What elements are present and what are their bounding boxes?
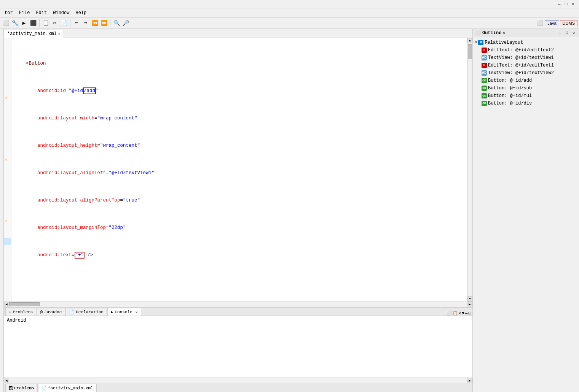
button-add-label: Button: @+id/add xyxy=(488,77,532,84)
code-line-5: android:layout_alignLeft="@+id/textView1… xyxy=(14,170,464,176)
outline-item-button-add[interactable]: OK Button: @+id/add xyxy=(474,77,577,84)
graphical-layout-icon: 🖼 xyxy=(9,386,13,390)
bottom-minimize-btn[interactable]: — xyxy=(465,311,468,316)
activity-main-tab[interactable]: *activity_main.xml ✕ xyxy=(4,30,64,38)
java-perspective-button[interactable]: Java xyxy=(545,20,559,26)
toolbar-btn-11[interactable]: ⏩ xyxy=(100,19,108,27)
scroll-down-button[interactable]: ▼ xyxy=(467,296,472,302)
bottom-horizontal-scrollbar[interactable]: ◀ ▶ xyxy=(4,378,472,383)
menu-file[interactable]: File xyxy=(16,10,33,16)
h-scroll-thumb[interactable] xyxy=(9,302,40,306)
menu-help[interactable]: Help xyxy=(72,10,89,16)
scroll-thumb[interactable] xyxy=(468,44,472,59)
graphical-layout-label: Problems xyxy=(14,386,34,390)
toolbar-btn-4[interactable]: ⬛ xyxy=(29,19,37,27)
scroll-up-button[interactable]: ▲ xyxy=(467,38,472,43)
editor-outer: ⚠ ⚠ xyxy=(4,38,472,302)
code-line-4: android:layout_height="wrap_content" xyxy=(14,142,464,149)
code-line-3: android:layout_width="wrap_content" xyxy=(14,115,464,122)
tab-close-button[interactable]: ✕ xyxy=(58,32,61,36)
activity-main-xml-tab[interactable]: 📄 *activity_main.xml xyxy=(38,384,97,392)
toolbar-btn-6[interactable]: ✂ xyxy=(51,19,59,27)
button-div-icon: OK xyxy=(482,101,487,106)
h-scroll-track[interactable] xyxy=(9,302,467,307)
textview1-label: TextView: @+id/textView1 xyxy=(488,54,554,61)
menu-window[interactable]: Window xyxy=(50,10,72,16)
toolbar-btn-13[interactable]: 🔎 xyxy=(121,19,130,27)
close-button[interactable]: ✕ xyxy=(570,1,576,7)
perspective-btn-1[interactable]: ⬜ xyxy=(536,19,544,27)
outline-close-btn[interactable]: ✕ xyxy=(571,30,577,36)
bottom-toolbar-btn-2[interactable]: 📋 xyxy=(453,311,458,316)
console-text: Android xyxy=(7,318,26,323)
scroll-track[interactable] xyxy=(467,43,472,296)
bottom-scroll-left[interactable]: ◀ xyxy=(4,378,9,383)
menu-edit[interactable]: Edit xyxy=(33,10,50,16)
activity-main-xml-label: *activity_main.xml xyxy=(48,386,93,390)
bottom-scroll-right[interactable]: ▶ xyxy=(467,378,472,383)
declaration-tab-label: Declaration xyxy=(76,310,104,314)
problems-tab-icon: ⚠ xyxy=(9,309,11,314)
console-tab-close[interactable]: ✕ xyxy=(136,310,138,314)
outline-item-textview2[interactable]: Ab TextView: @+id/textView2 xyxy=(474,69,577,77)
problems-tab[interactable]: ⚠ Problems xyxy=(5,308,36,316)
toolbar-btn-5[interactable]: 📋 xyxy=(41,19,50,27)
ddms-perspective-button[interactable]: DDMS xyxy=(560,20,577,26)
bottom-scroll-track[interactable] xyxy=(9,378,467,383)
outline-maximize-btn[interactable]: □ xyxy=(564,30,570,36)
bottom-tab-toolbar: ⬜ 📋 ✕ ▼ — □ xyxy=(447,311,471,316)
minimize-button[interactable]: — xyxy=(556,1,562,7)
editor-vertical-scrollbar[interactable]: ▲ ▼ xyxy=(467,38,472,302)
bottom-section: ⚠ Problems @ Javadoc 📄 Declaration ▶ Con… xyxy=(4,307,472,383)
code-line-2: android:id="@+id/add" xyxy=(14,87,464,94)
scroll-left-button[interactable]: ◀ xyxy=(4,302,9,307)
outline-item-edittext2[interactable]: ✕ EditText: @+id/editText2 xyxy=(474,46,577,54)
edittext1-label: EditText: @+id/editText1 xyxy=(488,62,554,69)
textview2-label: TextView: @+id/textView2 xyxy=(488,70,554,76)
toolbar-btn-2[interactable]: 🔧 xyxy=(11,19,19,27)
outline-icon: ⬜ xyxy=(475,30,481,36)
outline-item-edittext1[interactable]: ✕ EditText: @+id/editText1 xyxy=(474,62,577,69)
bottom-toolbar-btn-4[interactable]: ▼ xyxy=(462,311,464,316)
textview1-icon: Ab xyxy=(482,55,487,60)
bottom-toolbar-btn-3[interactable]: ✕ xyxy=(459,311,461,316)
toolbar-btn-8[interactable]: ⬅ xyxy=(72,19,81,27)
tab-label: *activity_main.xml xyxy=(7,31,57,37)
menu-tor[interactable]: tor xyxy=(2,10,16,16)
bottom-maximize-btn[interactable]: □ xyxy=(468,311,471,316)
editor-horizontal-scrollbar[interactable]: ◀ ▶ xyxy=(4,302,472,307)
maximize-button[interactable]: □ xyxy=(563,1,569,7)
code-line-6: android:layout_alignParentTop="true" xyxy=(14,197,464,204)
activity-main-xml-icon: 📄 xyxy=(41,386,47,390)
toolbar-btn-12[interactable]: 🔍 xyxy=(112,19,121,27)
outline-item-relativelayout[interactable]: ▼ R RelativeLayout xyxy=(474,39,577,46)
bottom-toolbar-btn-1[interactable]: ⬜ xyxy=(447,311,452,316)
layout-tab-bar: 🖼 Problems 📄 *activity_main.xml xyxy=(4,383,472,392)
toolbar-btn-9[interactable]: ➡ xyxy=(81,19,90,27)
outline-item-textview1[interactable]: Ab TextView: @+id/textView1 xyxy=(474,54,577,62)
code-content-area[interactable]: <Button android:id="@+id/add" android:la… xyxy=(11,38,467,302)
outline-minimize-btn[interactable]: — xyxy=(557,30,563,36)
toolbar-btn-7[interactable]: 📄 xyxy=(60,19,68,27)
graphical-layout-tab[interactable]: 🖼 Problems xyxy=(5,384,38,392)
declaration-tab[interactable]: 📄 Declaration xyxy=(65,308,107,316)
outline-item-button-div[interactable]: OK Button: @+id/div xyxy=(474,100,577,107)
relativelayout-label: RelativeLayout xyxy=(485,39,523,46)
outline-title-label: Outline xyxy=(482,30,501,36)
code-editor[interactable]: ⚠ ⚠ xyxy=(4,38,472,302)
toolbar-sep-2 xyxy=(70,19,70,27)
javadoc-tab[interactable]: @ Javadoc xyxy=(37,308,65,316)
toolbar-btn-10[interactable]: ⏪ xyxy=(91,19,99,27)
bottom-tab-bar: ⚠ Problems @ Javadoc 📄 Declaration ▶ Con… xyxy=(4,308,472,316)
toolbar-btn-1[interactable]: ⬜ xyxy=(2,19,10,27)
console-tab[interactable]: ▶ Console ✕ xyxy=(107,308,141,316)
outline-item-button-sub[interactable]: OK Button: @+id/sub xyxy=(474,84,577,92)
scroll-right-button[interactable]: ▶ xyxy=(467,302,472,307)
outline-title-bar: ⬜ Outline ✕ — □ ✕ xyxy=(473,29,579,37)
outline-item-button-mul[interactable]: OK Button: @+id/mul xyxy=(474,92,577,100)
outline-tree: ▼ R RelativeLayout ✕ EditText: @+id/edit… xyxy=(473,37,579,392)
button-mul-icon: OK xyxy=(482,93,487,98)
title-bar: — □ ✕ xyxy=(0,0,579,8)
toolbar-btn-3[interactable]: ▶ xyxy=(20,19,28,27)
javadoc-tab-icon: @ xyxy=(40,310,43,314)
